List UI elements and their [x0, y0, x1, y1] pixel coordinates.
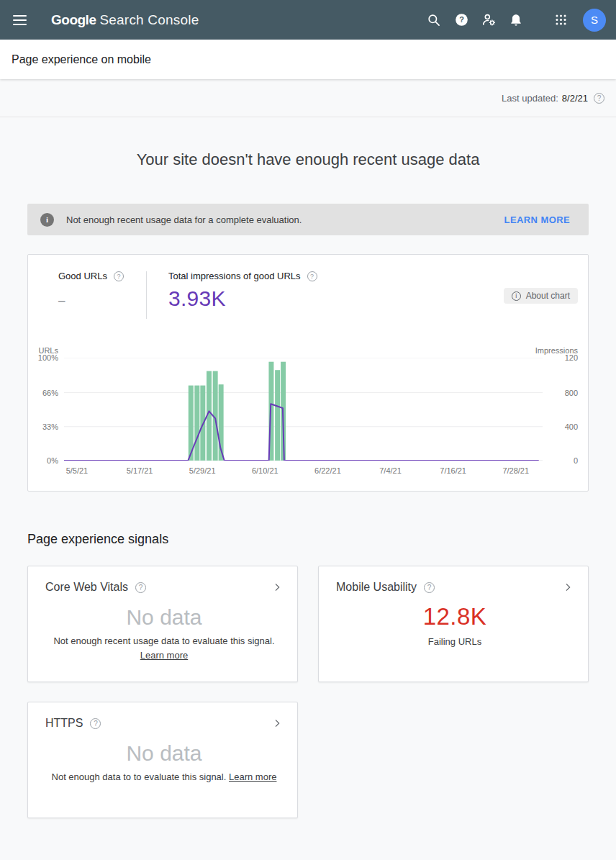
- learn-more-link[interactable]: Learn more: [45, 649, 283, 662]
- search-icon[interactable]: [420, 6, 448, 34]
- svg-text:?: ?: [459, 15, 464, 24]
- card-https[interactable]: HTTPS ? No data Not enough data to to ev…: [27, 702, 298, 818]
- last-updated-date: 8/2/21: [562, 93, 588, 104]
- y-tick-label: 66%: [42, 389, 58, 397]
- signals-grid: Core Web Vitals ? No data Not enough rec…: [27, 566, 589, 818]
- about-chart-label: About chart: [526, 291, 570, 301]
- card-core-web-vitals[interactable]: Core Web Vitals ? No data Not enough rec…: [27, 566, 298, 682]
- banner-message: Not enough recent usage data for a compl…: [66, 214, 302, 225]
- card-caption: Failing URLs: [336, 635, 574, 648]
- notifications-bell-icon[interactable]: [502, 6, 530, 34]
- about-chart-info-icon: i: [512, 291, 521, 301]
- card-help-icon[interactable]: ?: [90, 718, 101, 729]
- metric-impressions-label: Total impressions of good URLs: [168, 271, 301, 281]
- signals-heading: Page experience signals: [27, 532, 589, 547]
- card-title: Mobile Usability: [336, 581, 417, 594]
- page-title: Your site doesn't have enough recent usa…: [0, 150, 616, 169]
- impressions-help-icon[interactable]: ?: [307, 271, 317, 281]
- plot-svg: [64, 358, 543, 461]
- metric-good-urls[interactable]: Good URLs ? –: [58, 271, 127, 308]
- y-tick-label: 120: [565, 353, 578, 362]
- x-tick-label: 5/29/21: [189, 466, 216, 475]
- about-chart-button[interactable]: i About chart: [504, 288, 578, 304]
- y-tick-label: 400: [565, 422, 578, 431]
- card-mobile-usability[interactable]: Mobile Usability ? 12.8K Failing URLs: [318, 566, 589, 682]
- breadcrumb-bar: Page experience on mobile: [0, 40, 616, 79]
- chevron-right-icon[interactable]: [271, 581, 283, 593]
- chevron-right-icon[interactable]: [562, 581, 574, 593]
- y-tick-label: 100%: [38, 353, 58, 362]
- y-axis-right: Impressions 1208004000: [543, 346, 588, 461]
- learn-more-link[interactable]: Learn more: [229, 771, 276, 782]
- logo-suffix: Search Console: [99, 12, 199, 28]
- x-tick-label: 7/4/21: [379, 466, 402, 475]
- no-data-text: No data: [45, 741, 283, 766]
- logo-google: Google: [51, 12, 96, 28]
- app-logo[interactable]: Google Search Console: [51, 12, 199, 28]
- card-help-icon[interactable]: ?: [424, 582, 435, 593]
- good-urls-help-icon[interactable]: ?: [114, 271, 124, 281]
- x-tick-label: 6/10/21: [252, 466, 278, 475]
- card-title: HTTPS: [45, 717, 83, 730]
- failing-urls-value: 12.8K: [336, 603, 574, 630]
- x-tick-label: 7/16/21: [440, 466, 466, 475]
- apps-grid-icon[interactable]: [547, 6, 574, 34]
- info-icon: i: [40, 213, 54, 227]
- y-tick-label: 800: [565, 389, 578, 397]
- no-data-text: No data: [45, 605, 283, 630]
- chart-card: Good URLs ? – Total impressions of good …: [27, 254, 589, 492]
- manage-users-icon[interactable]: [475, 6, 502, 34]
- help-icon[interactable]: ?: [448, 6, 475, 34]
- card-help-icon[interactable]: ?: [135, 582, 146, 593]
- chevron-right-icon[interactable]: [271, 718, 283, 729]
- good-urls-value: –: [58, 294, 127, 308]
- metric-impressions[interactable]: Total impressions of good URLs ? 3.93K: [168, 271, 317, 311]
- top-app-bar: Google Search Console ?: [0, 0, 616, 40]
- x-tick-label: 7/28/21: [502, 466, 529, 475]
- y-tick-label: 33%: [42, 422, 58, 431]
- impressions-value: 3.93K: [168, 286, 317, 311]
- chart-area: URLs 100%66%33%0% Impressions 1208004000: [28, 346, 588, 461]
- card-caption: Not enough recent usage data to evaluate…: [53, 635, 274, 646]
- metric-good-urls-label: Good URLs: [58, 271, 107, 281]
- last-updated-help-icon[interactable]: ?: [594, 93, 604, 104]
- user-avatar[interactable]: S: [583, 9, 606, 32]
- y-tick-label: 0: [574, 456, 578, 465]
- last-updated-label: Last updated:: [502, 93, 558, 104]
- info-banner: i Not enough recent usage data for a com…: [27, 204, 589, 235]
- plot-region[interactable]: [64, 346, 543, 461]
- card-title: Core Web Vitals: [45, 581, 128, 594]
- y-tick-label: 0%: [47, 456, 58, 465]
- breadcrumb[interactable]: Page experience on mobile: [12, 53, 151, 66]
- meta-row: Last updated: 8/2/21 ?: [0, 79, 616, 117]
- x-axis: 5/5/215/17/215/29/216/10/216/22/217/4/21…: [64, 463, 543, 479]
- card-caption: Not enough data to to evaluate this sign…: [52, 771, 227, 782]
- hamburger-menu-icon[interactable]: [13, 7, 39, 33]
- chart-metrics-row: Good URLs ? – Total impressions of good …: [28, 255, 588, 319]
- y-axis-left: URLs 100%66%33%0%: [28, 346, 64, 461]
- x-tick-label: 6/22/21: [314, 466, 341, 475]
- x-tick-label: 5/5/21: [66, 466, 89, 475]
- metrics-divider: [146, 271, 147, 319]
- x-tick-label: 5/17/21: [127, 466, 153, 475]
- learn-more-link[interactable]: LEARN MORE: [504, 214, 570, 225]
